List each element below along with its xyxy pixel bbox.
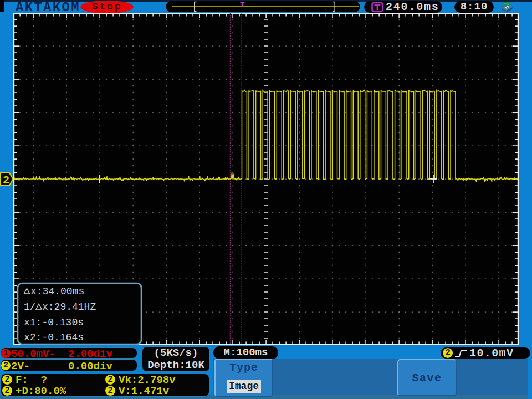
svg-text:x:34.00ms: x:34.00ms <box>30 286 84 297</box>
svg-text:x:29.41HZ: x:29.41HZ <box>42 301 96 313</box>
svg-text:1/: 1/ <box>24 301 36 313</box>
svg-text:x2:-0.164s: x2:-0.164s <box>24 332 84 343</box>
svg-text:2: 2 <box>3 174 9 187</box>
svg-text:x1:-0.130s: x1:-0.130s <box>24 317 84 328</box>
